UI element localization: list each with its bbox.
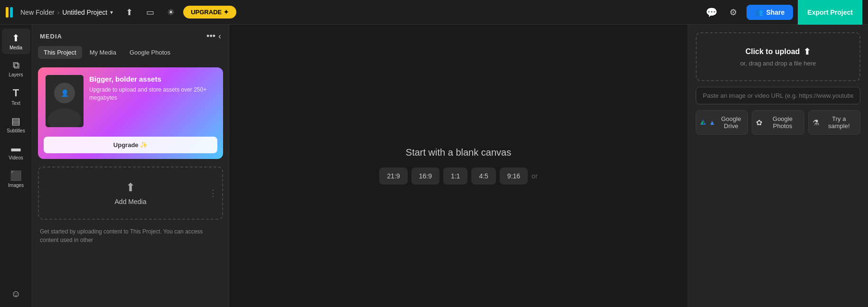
media-panel-header: MEDIA ••• ‹ (32, 25, 229, 46)
breadcrumb-project[interactable]: Untitled Project (62, 9, 107, 16)
sidebar-item-layers[interactable]: ⧉ Layers (2, 56, 30, 81)
sidebar-item-text[interactable]: T Text (2, 83, 30, 110)
breadcrumb-separator: › (57, 9, 60, 16)
get-started-text: Get started by uploading content to This… (32, 223, 229, 248)
add-media-box[interactable]: ⬆ Add Media ⋮ (38, 167, 223, 220)
google-photos-icon: ✿ (756, 118, 762, 127)
upgrade-card-button[interactable]: Upgrade ✨ (44, 137, 217, 153)
upgrade-card-title: Bigger, bolder assets (89, 75, 215, 83)
ratio-16-9[interactable]: 16:9 (411, 167, 439, 185)
media-panel-actions: ••• ‹ (206, 31, 221, 41)
google-photos-button[interactable]: ✿ Google Photos (752, 110, 804, 135)
sidebar-item-videos[interactable]: ▬ Videos (2, 139, 30, 164)
logo-bar-teal (10, 7, 13, 18)
topbar-actions: ⬆ ▭ ☀ UPGRADE ✦ (121, 4, 236, 21)
light-mode-button[interactable]: ☀ (162, 4, 179, 21)
right-panel: Click to upload ⬆ or, drag and drop a fi… (688, 25, 868, 307)
ratio-9-16[interactable]: 9:16 (500, 167, 528, 185)
or-text: or (532, 172, 537, 180)
comment-button[interactable]: 💬 (703, 4, 720, 21)
media-panel: MEDIA ••• ‹ This Project My Media Google… (32, 25, 229, 307)
google-drive-button[interactable]: ▲ Google Drive (696, 110, 748, 135)
upgrade-card-image: 👤 (46, 75, 84, 127)
url-input[interactable] (696, 87, 860, 104)
sidebar-item-more[interactable]: ☺ (2, 285, 30, 303)
sidebar-media-label: Media (9, 45, 22, 50)
upgrade-card-content: 👤 Bigger, bolder assets Upgrade to uploa… (38, 67, 223, 135)
canvas-center-content: Start with a blank canvas 21:9 16:9 1:1 … (379, 147, 537, 185)
media-panel-title: MEDIA (40, 33, 62, 40)
tab-my-media[interactable]: My Media (84, 46, 122, 59)
try-sample-label: Try a sample! (822, 115, 856, 130)
more-icon: ☺ (11, 288, 20, 299)
app-logo (6, 7, 13, 18)
panel-close-button[interactable]: ‹ (218, 31, 221, 41)
sidebar-item-images[interactable]: ⬛ Images (2, 166, 30, 192)
canvas-title: Start with a blank canvas (406, 147, 511, 158)
upgrade-card-description: Upgrade to upload and store assets over … (89, 86, 215, 102)
svg-text:👤: 👤 (61, 89, 69, 97)
tab-google-photos[interactable]: Google Photos (124, 46, 176, 59)
sidebar-layers-label: Layers (9, 72, 23, 77)
layers-icon: ⧉ (13, 60, 19, 71)
media-tabs: This Project My Media Google Photos (32, 46, 229, 64)
upload-drop-zone[interactable]: Click to upload ⬆ or, drag and drop a fi… (696, 32, 860, 81)
canvas-area: Start with a blank canvas 21:9 16:9 1:1 … (229, 25, 688, 307)
chevron-down-icon[interactable]: ▾ (110, 9, 113, 16)
ratio-21-9[interactable]: 21:9 (379, 167, 407, 185)
share-icon: 👥 (755, 9, 763, 16)
ratio-4-5[interactable]: 4:5 (471, 167, 495, 185)
add-media-more-icon[interactable]: ⋮ (209, 188, 217, 198)
add-media-label: Add Media (115, 198, 147, 205)
upgrade-card-text: Bigger, bolder assets Upgrade to upload … (89, 75, 215, 127)
upload-subtitle: or, drag and drop a file here (740, 60, 816, 67)
tab-this-project[interactable]: This Project (38, 46, 82, 59)
share-button[interactable]: 👥 Share (747, 5, 793, 20)
sidebar-item-subtitles[interactable]: ▤ Subtitles (2, 112, 30, 137)
settings-button[interactable]: ⚙ (725, 4, 742, 21)
google-drive-icon (700, 118, 706, 127)
sidebar-text-label: Text (11, 101, 20, 106)
media-icon: ⬆ (12, 32, 20, 44)
google-photos-label: Google Photos (765, 115, 800, 130)
upload-icon: ⬆ (803, 47, 811, 57)
sidebar-subtitles-label: Subtitles (7, 128, 25, 133)
topbar: New Folder › Untitled Project ▾ ⬆ ▭ ☀ UP… (0, 0, 868, 25)
panel-more-button[interactable]: ••• (206, 31, 215, 41)
sidebar-item-media[interactable]: ⬆ Media (2, 28, 30, 54)
left-sidebar: ⬆ Media ⧉ Layers T Text ▤ Subtitles ▬ Vi… (0, 25, 32, 307)
breadcrumb-folder[interactable]: New Folder (20, 9, 55, 16)
try-sample-icon: ⚗ (812, 118, 819, 127)
main-layout: ⬆ Media ⧉ Layers T Text ▤ Subtitles ▬ Vi… (0, 25, 868, 307)
upload-title-text: Click to upload (746, 47, 800, 56)
upload-title: Click to upload ⬆ (746, 47, 811, 57)
subtitles-icon: ▤ (11, 115, 20, 127)
upgrade-card: 👤 Bigger, bolder assets Upgrade to uploa… (38, 67, 223, 159)
sidebar-images-label: Images (8, 183, 24, 188)
text-icon: T (13, 87, 19, 99)
ratio-1-1[interactable]: 1:1 (443, 167, 467, 185)
videos-icon: ▬ (11, 143, 21, 154)
breadcrumb: New Folder › Untitled Project ▾ (20, 9, 113, 16)
upload-button[interactable]: ⬆ (121, 4, 138, 21)
source-buttons: ▲ Google Drive ✿ Google Photos ⚗ Try a s… (696, 110, 860, 135)
logo-bar-yellow (6, 7, 9, 18)
upgrade-button[interactable]: UPGRADE ✦ (183, 6, 236, 19)
google-drive-label: Google Drive (719, 115, 744, 130)
topbar-right: 💬 ⚙ 👥 Share Export Project (703, 0, 862, 25)
try-sample-button[interactable]: ⚗ Try a sample! (808, 110, 860, 135)
images-icon: ⬛ (10, 170, 22, 181)
export-project-button[interactable]: Export Project (798, 0, 862, 25)
subtitles-button[interactable]: ▭ (141, 4, 159, 21)
canvas-ratios: 21:9 16:9 1:1 4:5 9:16 or (379, 167, 537, 185)
add-media-icon: ⬆ (126, 181, 135, 194)
sidebar-videos-label: Videos (9, 155, 23, 160)
